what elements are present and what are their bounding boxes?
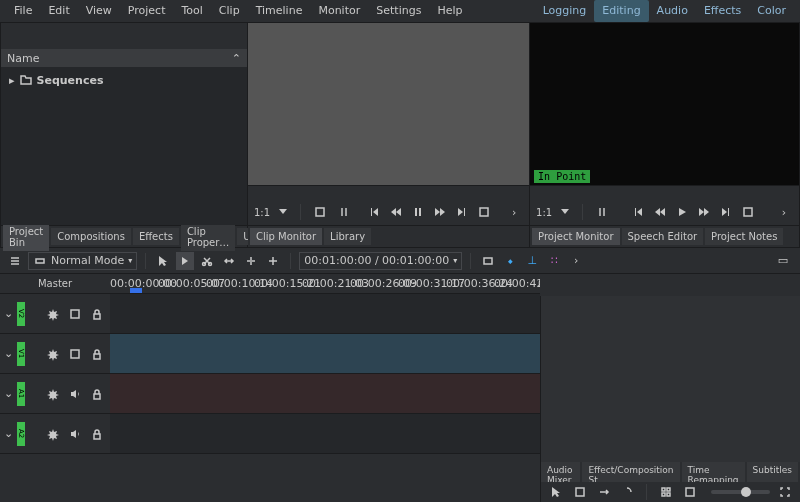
program-monitor-scrub[interactable] — [530, 185, 799, 199]
track-mute-icon[interactable] — [66, 425, 84, 443]
track-collapse-icon[interactable]: ⌄ — [4, 427, 13, 440]
tab-clip-monitor[interactable]: Clip Monitor — [250, 228, 322, 245]
clip-monitor-viewport[interactable] — [248, 23, 529, 185]
workspace-editing[interactable]: Editing — [594, 0, 648, 22]
bin-body[interactable]: ▸ Sequences — [1, 67, 247, 225]
tool-spacer-icon[interactable] — [220, 252, 238, 270]
lane-a2[interactable] — [110, 414, 540, 454]
menu-tool[interactable]: Tool — [173, 0, 210, 22]
track-effects-icon[interactable] — [44, 385, 62, 403]
bb-save-icon[interactable] — [571, 483, 589, 501]
tab-speech-editor[interactable]: Speech Editor — [622, 228, 704, 245]
goto-end-button[interactable] — [453, 203, 471, 221]
lane-v2[interactable] — [110, 294, 540, 334]
workspace-color[interactable]: Color — [749, 0, 794, 22]
menu-clip[interactable]: Clip — [211, 0, 248, 22]
menu-monitor[interactable]: Monitor — [310, 0, 368, 22]
tool-razor-icon[interactable] — [176, 252, 194, 270]
forward-button[interactable] — [431, 203, 449, 221]
tab-project-bin[interactable]: Project Bin — [3, 223, 49, 251]
edit-mode-dropdown[interactable]: Normal Mode ▾ — [28, 252, 137, 270]
track-collapse-icon[interactable]: ⌄ — [4, 307, 13, 320]
fullscreen-icon[interactable] — [776, 483, 794, 501]
zone-icon[interactable] — [479, 252, 497, 270]
track-lock-icon[interactable] — [88, 345, 106, 363]
goto-start-button[interactable] — [365, 203, 383, 221]
tab-project-notes[interactable]: Project Notes — [705, 228, 783, 245]
prog-play-button[interactable] — [673, 203, 691, 221]
track-head-a1[interactable]: ⌄ A1 — [0, 374, 110, 414]
track-effects-icon[interactable] — [44, 425, 62, 443]
menu-edit[interactable]: Edit — [40, 0, 77, 22]
track-collapse-icon[interactable]: ⌄ — [4, 387, 13, 400]
tool-insert-icon[interactable] — [242, 252, 260, 270]
expand-icon[interactable]: ▸ — [9, 74, 15, 87]
set-in-button[interactable] — [311, 203, 329, 221]
clip-monitor-more-icon[interactable]: › — [505, 203, 523, 221]
zoom-slider[interactable] — [711, 490, 770, 494]
workspace-effects[interactable]: Effects — [696, 0, 749, 22]
track-mute-icon[interactable] — [66, 385, 84, 403]
bb-fit-icon[interactable] — [681, 483, 699, 501]
prog-forward-button[interactable] — [695, 203, 713, 221]
menu-view[interactable]: View — [78, 0, 120, 22]
track-lock-icon[interactable] — [88, 385, 106, 403]
track-lock-icon[interactable] — [88, 425, 106, 443]
tab-project-monitor[interactable]: Project Monitor — [532, 228, 619, 245]
workspace-logging[interactable]: Logging — [535, 0, 595, 22]
bb-icon-1[interactable] — [547, 483, 565, 501]
track-head-v2[interactable]: ⌄ V2 — [0, 294, 110, 334]
side-panel-body[interactable] — [541, 296, 800, 462]
track-collapse-icon[interactable]: ⌄ — [4, 347, 13, 360]
track-lock-icon[interactable] — [88, 305, 106, 323]
tab-library[interactable]: Library — [324, 228, 371, 245]
tab-effect-stack[interactable]: Effect/Composition St… — [582, 462, 679, 482]
prog-zoom-dropdown-icon[interactable] — [558, 204, 572, 221]
workspace-audio[interactable]: Audio — [649, 0, 696, 22]
menu-help[interactable]: Help — [429, 0, 470, 22]
lane-v1[interactable] — [110, 334, 540, 374]
track-head-a2[interactable]: ⌄ A2 — [0, 414, 110, 454]
bin-item-sequences[interactable]: ▸ Sequences — [5, 71, 243, 89]
track-compositing-icon[interactable] — [6, 252, 24, 270]
prog-rewind-button[interactable] — [651, 203, 669, 221]
menu-settings[interactable]: Settings — [368, 0, 429, 22]
bb-sequence-icon[interactable] — [618, 483, 636, 501]
clip-zoom-dropdown-icon[interactable] — [276, 204, 290, 221]
track-effects-icon[interactable] — [44, 345, 62, 363]
tab-effects[interactable]: Effects — [133, 228, 179, 245]
rewind-button[interactable] — [387, 203, 405, 221]
menu-file[interactable]: File — [6, 0, 40, 22]
marker-icon[interactable]: ⬥ — [501, 252, 519, 270]
timeline-menu-icon[interactable]: ▭ — [774, 252, 792, 270]
snap-icon[interactable]: ⊥ — [523, 252, 541, 270]
track-hide-icon[interactable] — [66, 305, 84, 323]
timeline-ruler[interactable]: 00:00:00:00 00:00:05:07 00:00:10:14 00:0… — [110, 274, 540, 294]
bin-column-header[interactable]: Name ⌃ — [1, 49, 247, 67]
pause-button[interactable] — [409, 203, 427, 221]
bb-grid-icon[interactable] — [657, 483, 675, 501]
timeline-tb-more-icon[interactable]: › — [567, 252, 585, 270]
tab-audio-mixer[interactable]: Audio Mixer — [541, 462, 580, 482]
timecode-display[interactable]: 00:01:00:00 / 00:01:00:00 ▾ — [299, 252, 462, 270]
lane-a1[interactable] — [110, 374, 540, 414]
tab-clip-properties[interactable]: Clip Proper… — [181, 223, 235, 251]
tab-subtitles[interactable]: Subtitles — [747, 462, 798, 482]
track-tag-v2[interactable]: V2 — [17, 302, 25, 326]
tool-overwrite-icon[interactable] — [264, 252, 282, 270]
loop-button[interactable] — [475, 203, 493, 221]
prog-loop-button[interactable] — [739, 203, 757, 221]
track-effects-icon[interactable] — [44, 305, 62, 323]
track-tag-a2[interactable]: A2 — [17, 422, 25, 446]
zoom-thumb[interactable] — [741, 487, 751, 497]
playhead[interactable] — [130, 288, 142, 294]
bb-render-icon[interactable] — [595, 483, 613, 501]
track-head-v1[interactable]: ⌄ V1 — [0, 334, 110, 374]
program-monitor-viewport[interactable]: In Point — [530, 23, 799, 185]
set-out-button[interactable] — [335, 203, 353, 221]
prog-goto-start-button[interactable] — [629, 203, 647, 221]
menu-timeline[interactable]: Timeline — [248, 0, 311, 22]
tool-cut-icon[interactable] — [198, 252, 216, 270]
guides-icon[interactable]: ∷ — [545, 252, 563, 270]
tool-select-icon[interactable] — [154, 252, 172, 270]
